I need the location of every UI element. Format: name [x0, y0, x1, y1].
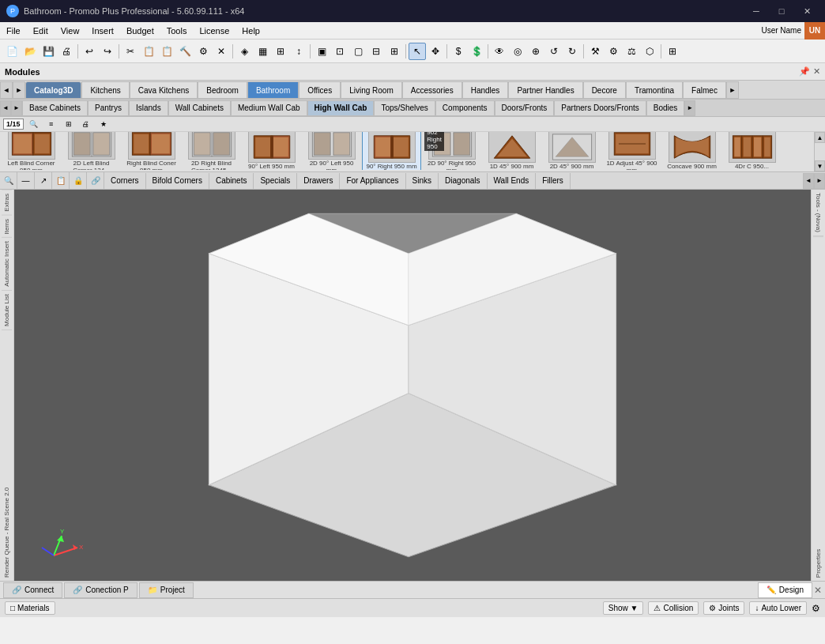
module-item-1dadjust[interactable]: 1D Adjust 45° 900 mm	[602, 132, 661, 170]
module-item-rightblind[interactable]: Right Blind Coner 950 mm	[122, 132, 181, 170]
render4-button[interactable]: ↻	[563, 43, 581, 60]
menu-file[interactable]: File	[0, 22, 27, 39]
catalog-tab-handles[interactable]: Handles	[462, 81, 509, 99]
filter-icon-4[interactable]: 📋	[52, 172, 70, 190]
obj5-button[interactable]: ⊞	[386, 43, 403, 60]
catalog-tab-kitchens[interactable]: Kitchens	[81, 81, 129, 99]
menu-edit[interactable]: Edit	[27, 22, 55, 39]
items-scroll-up[interactable]: ▲	[815, 132, 825, 143]
filter-more-right[interactable]: ►	[814, 173, 825, 189]
tool1-button[interactable]: 🔨	[176, 43, 194, 60]
obj1-button[interactable]: ▣	[313, 43, 330, 60]
bottom-tab-design[interactable]: ✏️ Design	[758, 582, 812, 598]
close-button[interactable]: ✕	[795, 3, 819, 19]
filter-icon-3[interactable]: ↗	[35, 172, 52, 190]
bottom-tab-project[interactable]: 📁 Project	[139, 582, 194, 598]
sidebar-items[interactable]: Items	[2, 215, 12, 238]
filter-more-left[interactable]: ◄	[803, 173, 814, 189]
catalog-tab-bathroom[interactable]: Bathroom	[247, 81, 299, 99]
menu-insert[interactable]: Insert	[85, 22, 120, 39]
delete-button[interactable]: ✕	[213, 43, 230, 60]
misc3-button[interactable]: ⚖	[623, 43, 640, 60]
module-item-2d90left[interactable]: 2D 90° Left 950 mm	[302, 132, 361, 170]
sidebar-tools-nova[interactable]: Tools - (Nova)	[813, 190, 823, 236]
print-button[interactable]: 🖨	[58, 43, 75, 60]
filter-icon-1[interactable]: 🔍	[0, 172, 17, 190]
misc4-button[interactable]: ⬡	[641, 43, 658, 60]
catalog-more[interactable]: ►	[726, 81, 739, 99]
menu-help[interactable]: Help	[235, 22, 266, 39]
items-grid-btn[interactable]: ⊞	[62, 118, 76, 130]
catalog-tab-living[interactable]: Living Room	[341, 81, 402, 99]
select-button[interactable]: ↖	[409, 43, 426, 60]
filter-tab-wallends[interactable]: Wall Ends	[488, 173, 537, 189]
modules-close-icon[interactable]: ✕	[813, 66, 820, 77]
catalog-tab-decore[interactable]: Decore	[583, 81, 626, 99]
module-item-2drightblind[interactable]: 2D Right Blind Corner 1245...	[182, 132, 241, 170]
catalog-tab-partner[interactable]: Partner Handles	[508, 81, 582, 99]
grid-button[interactable]: ⊞	[664, 43, 681, 60]
render1-button[interactable]: ◎	[509, 43, 526, 60]
filter-tab-sinks[interactable]: Sinks	[406, 173, 439, 189]
sub-tab-islands[interactable]: Islands	[129, 100, 168, 116]
module-item-4drcorner[interactable]: 4Dr C 950...	[722, 132, 782, 170]
catalog-tab-offices[interactable]: Offices	[299, 81, 341, 99]
module-item-leftblind[interactable]: Left Blind Corner 950 mm	[2, 132, 61, 170]
sub-more[interactable]: ►	[684, 100, 695, 116]
filter-tab-bifold[interactable]: Bifold Corners	[146, 173, 209, 189]
redo-button[interactable]: ↪	[99, 43, 116, 60]
catalog-tab-falmec[interactable]: Falmec	[683, 81, 726, 99]
catalog-tab-catalog3d[interactable]: Catalog3D	[25, 81, 81, 99]
sidebar-extras[interactable]: Extras	[2, 190, 12, 215]
sidebar-render-queue[interactable]: Render Queue - Real Scene 2.0	[2, 330, 12, 581]
filter-tab-diagonals[interactable]: Diagonals	[439, 173, 487, 189]
bottom-tab-connect[interactable]: 🔗 Connect	[3, 582, 62, 598]
sidebar-properties[interactable]: Properties	[813, 236, 823, 581]
render3-button[interactable]: ↺	[545, 43, 563, 60]
render2-button[interactable]: ⊕	[527, 43, 544, 60]
sub-tab-wall[interactable]: Wall Cabinets	[168, 100, 231, 116]
catalog-tab-accessories[interactable]: Accessories	[402, 81, 462, 99]
sub-tab-base[interactable]: Base Cabinets	[22, 100, 88, 116]
items-print-btn[interactable]: 🖨	[79, 118, 93, 130]
currency-button[interactable]: $	[450, 43, 467, 60]
catalog-tab-cava[interactable]: Cava Kitchens	[130, 81, 198, 99]
sidebar-module-list[interactable]: Module List	[2, 290, 12, 330]
items-scroll-down[interactable]: ▼	[815, 160, 825, 171]
filter-icon-5[interactable]: 🔒	[70, 172, 87, 190]
paste-button[interactable]: 📋	[158, 43, 175, 60]
status-joints[interactable]: ⚙ Joints	[703, 601, 744, 615]
view2-button[interactable]: ▦	[254, 43, 271, 60]
menu-tools[interactable]: Tools	[160, 22, 194, 39]
status-show[interactable]: Show ▼	[603, 601, 644, 615]
maximize-button[interactable]: □	[770, 3, 793, 19]
catalog-nav-left[interactable]: ◄	[0, 81, 13, 99]
obj3-button[interactable]: ▢	[349, 43, 367, 60]
menu-license[interactable]: License	[193, 22, 235, 39]
viewport[interactable]: X Y	[14, 190, 811, 581]
status-settings-icon[interactable]: ⚙	[812, 603, 820, 614]
filter-tab-specials[interactable]: Specials	[254, 173, 297, 189]
module-item-concave[interactable]: Concave 900 mm	[662, 132, 721, 170]
currency2-button[interactable]: 💲	[468, 43, 485, 60]
modules-pin-icon[interactable]: 📌	[799, 66, 810, 77]
open-button[interactable]: 📂	[21, 43, 39, 60]
filter-icon-2[interactable]: —	[17, 172, 35, 190]
module-item-2dleftblind[interactable]: 2D Left Blind Corner 124...	[62, 132, 121, 170]
module-item-90right[interactable]: 90° Right 950 mm 902 Right 950	[362, 132, 421, 170]
sub-tab-components[interactable]: Components	[435, 100, 495, 116]
status-collision[interactable]: ⚠ Collision	[648, 601, 699, 615]
eye-button[interactable]: 👁	[491, 43, 508, 60]
bottom-tab-conectionp[interactable]: 🔗 Conection P	[64, 582, 137, 598]
catalog-tab-tramontina[interactable]: Tramontina	[626, 81, 683, 99]
filter-tab-corners[interactable]: Corners	[104, 173, 146, 189]
filter-tab-cabinets[interactable]: Cabinets	[209, 173, 254, 189]
catalog-nav-right[interactable]: ►	[13, 81, 25, 99]
filter-icon-6[interactable]: 🔗	[87, 172, 104, 190]
minimize-button[interactable]: ─	[744, 3, 768, 19]
view4-button[interactable]: ↕	[290, 43, 307, 60]
sub-tab-bodies[interactable]: Bodies	[646, 100, 685, 116]
undo-button[interactable]: ↩	[81, 43, 98, 60]
sub-tab-medwall[interactable]: Medium Wall Cab	[231, 100, 307, 116]
catalog-tab-bedroom[interactable]: Bedroom	[198, 81, 247, 99]
